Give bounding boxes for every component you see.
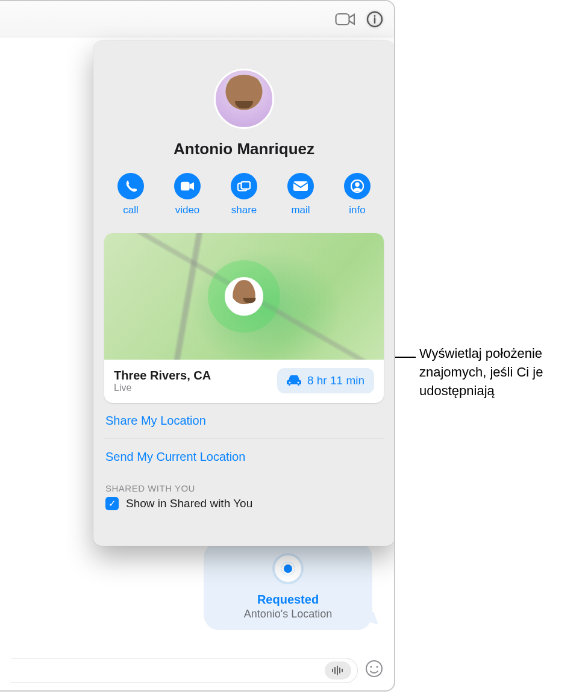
directions-button[interactable]: 8 hr 11 min [277, 368, 374, 393]
svg-point-2 [374, 15, 376, 17]
share-my-location-link[interactable]: Share My Location [93, 403, 395, 439]
details-popover: Antonio Manriquez call video share mail … [93, 41, 395, 546]
smiley-icon [365, 660, 383, 678]
call-label: call [123, 204, 139, 216]
contact-header: Antonio Manriquez [93, 41, 395, 158]
send-current-location-link[interactable]: Send My Current Location [93, 439, 395, 475]
messages-window: Antonio Manriquez call video share mail … [0, 0, 395, 692]
shared-with-you-header: SHARED WITH YOU [93, 475, 395, 497]
audio-message-button[interactable] [325, 661, 351, 680]
phone-icon [124, 180, 137, 193]
details-button[interactable] [366, 11, 383, 28]
message-input[interactable] [11, 658, 358, 683]
quick-actions: call video share mail info [93, 158, 395, 233]
svg-point-8 [355, 183, 359, 187]
svg-point-13 [376, 666, 378, 667]
svg-rect-5 [241, 182, 250, 189]
svg-point-11 [366, 661, 382, 677]
compose-row [0, 658, 394, 683]
location-pin-icon [272, 553, 304, 584]
info-label: info [349, 204, 365, 216]
emoji-picker-button[interactable] [365, 660, 383, 682]
info-button[interactable]: info [344, 173, 371, 216]
svg-point-12 [370, 666, 372, 667]
map-avatar-pin [225, 277, 263, 316]
show-in-shared-label: Show in Shared with You [126, 497, 252, 510]
mail-icon [293, 181, 308, 191]
mail-button[interactable]: mail [287, 173, 314, 216]
checkbox-icon: ✓ [105, 497, 119, 510]
contact-name: Antonio Manriquez [93, 140, 395, 158]
location-card[interactable]: Three Rivers, CA Live 8 hr 11 min [104, 233, 384, 403]
svg-rect-3 [181, 182, 190, 191]
callout-text: Wyświetlaj położenie znajomych, jeśli Ci… [419, 345, 588, 400]
mail-label: mail [291, 204, 310, 216]
video-button[interactable]: video [174, 173, 201, 216]
eta-text: 8 hr 11 min [307, 374, 364, 387]
call-button[interactable]: call [117, 173, 144, 216]
memoji-icon [220, 75, 268, 123]
video-label: video [175, 204, 200, 216]
svg-point-10 [297, 381, 299, 383]
video-camera-icon [335, 12, 355, 27]
map-preview[interactable] [104, 233, 384, 360]
location-place: Three Rivers, CA [114, 369, 211, 383]
share-button[interactable]: share [231, 173, 257, 216]
callout-leader [395, 357, 416, 358]
bubble-subtitle: Antonio's Location [211, 608, 365, 620]
svg-rect-0 [336, 14, 349, 25]
show-in-shared-row[interactable]: ✓ Show in Shared with You [93, 497, 395, 510]
info-circle-icon [366, 11, 383, 28]
contact-icon [351, 180, 364, 193]
bubble-title: Requested [211, 593, 365, 607]
location-request-bubble[interactable]: Requested Antonio's Location [204, 542, 372, 630]
location-status: Live [114, 383, 211, 393]
car-icon [287, 375, 301, 386]
svg-rect-6 [293, 181, 308, 191]
memoji-icon [233, 280, 255, 313]
location-footer: Three Rivers, CA Live 8 hr 11 min [104, 360, 384, 403]
video-icon [181, 181, 194, 191]
svg-point-9 [289, 381, 290, 383]
screenshare-icon [237, 181, 251, 192]
share-label: share [231, 204, 257, 216]
facetime-button[interactable] [335, 12, 355, 27]
contact-avatar[interactable] [214, 69, 274, 129]
waveform-icon [331, 666, 345, 675]
titlebar [0, 1, 394, 37]
